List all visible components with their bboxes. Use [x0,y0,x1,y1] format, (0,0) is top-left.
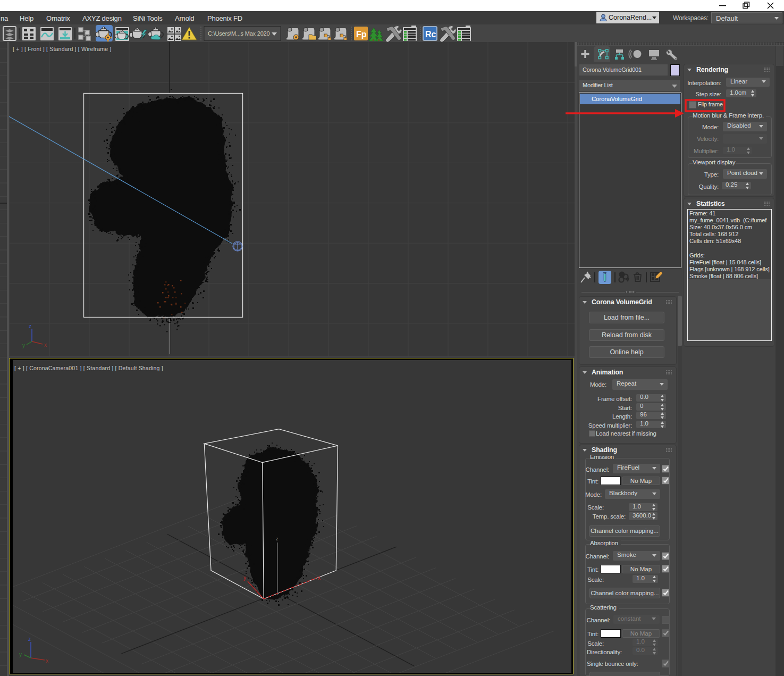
svg-text:y: y [243,575,246,581]
svg-text:z: z [28,636,31,642]
svg-text:y: y [19,652,22,657]
svg-text:y: y [22,343,25,348]
svg-text:x: x [318,575,321,581]
svg-text:Rc: Rc [425,30,436,39]
svg-text:Fp: Fp [356,30,367,39]
svg-text:C:\Users\M...s Max 2020: C:\Users\M...s Max 2020 [208,30,270,37]
svg-text:x: x [46,658,48,664]
svg-text:z: z [29,323,31,329]
svg-text:z: z [276,536,279,541]
svg-text:x: x [44,342,47,348]
